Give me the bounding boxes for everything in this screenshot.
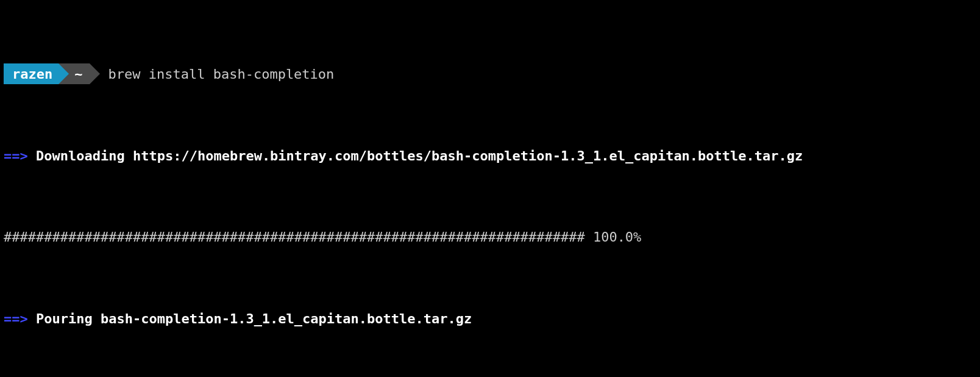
prompt-user-segment: razen bbox=[4, 63, 59, 84]
prompt-path: ~ bbox=[74, 64, 82, 84]
prompt-user: razen bbox=[12, 64, 52, 84]
output-pouring: ==> Pouring bash-completion-1.3_1.el_cap… bbox=[4, 309, 976, 329]
progress-bar: ########################################… bbox=[4, 227, 976, 247]
pouring-label: Pouring bbox=[36, 311, 93, 326]
command-text: brew install bash-completion bbox=[90, 64, 334, 84]
download-url: https://homebrew.bintray.com/bottles/bas… bbox=[133, 148, 803, 163]
arrow-icon: ==> bbox=[4, 311, 28, 326]
pouring-file: bash-completion-1.3_1.el_capitan.bottle.… bbox=[101, 311, 472, 326]
output-downloading: ==> Downloading https://homebrew.bintray… bbox=[4, 146, 976, 166]
terminal-window[interactable]: razen~brew install bash-completion ==> D… bbox=[0, 0, 980, 377]
downloading-label: Downloading bbox=[36, 148, 125, 163]
arrow-icon: ==> bbox=[4, 148, 28, 163]
prompt-line: razen~brew install bash-completion bbox=[4, 63, 976, 84]
